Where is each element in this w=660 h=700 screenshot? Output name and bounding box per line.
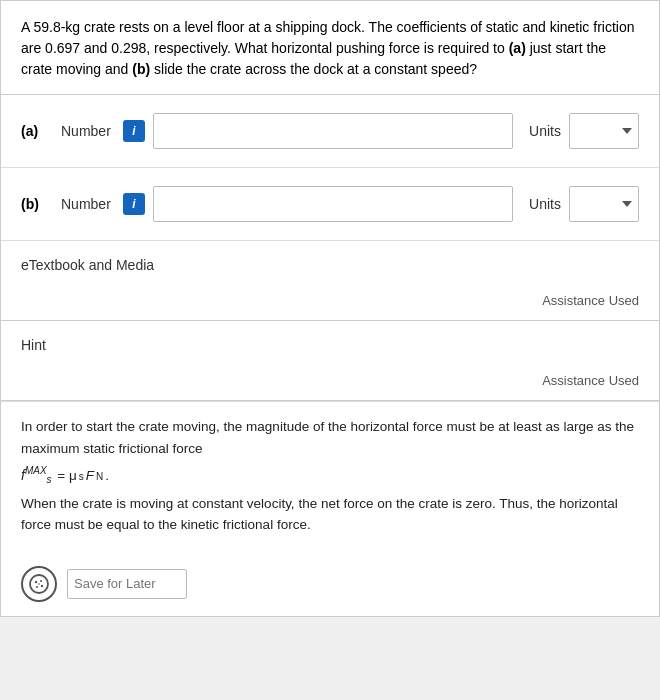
save-later-section: [1, 552, 659, 616]
part-b-info-button[interactable]: i: [123, 193, 145, 215]
etextbook-assistance-used: Assistance Used: [21, 293, 639, 308]
hint-math-f: fMAXs: [21, 463, 52, 488]
save-for-later-input[interactable]: [67, 569, 187, 599]
part-a-info-button[interactable]: i: [123, 120, 145, 142]
part-b-units-label: Units: [529, 196, 561, 212]
part-a-units-label: Units: [529, 123, 561, 139]
etextbook-section: eTextbook and Media Assistance Used: [1, 241, 659, 321]
part-a-label: (a): [21, 123, 53, 139]
hint-math-eq: = μ: [54, 465, 77, 487]
cookie-icon: [21, 566, 57, 602]
svg-point-1: [35, 581, 37, 583]
hint-line2: When the crate is moving at constant vel…: [21, 493, 639, 536]
hint-header: Hint: [21, 337, 639, 353]
svg-point-2: [40, 580, 42, 582]
hint-section: Hint Assistance Used: [1, 321, 659, 401]
part-b-number-input[interactable]: [153, 186, 513, 222]
page-container: A 59.8-kg crate rests on a level floor a…: [0, 0, 660, 617]
hint-math: fMAXs = μs FN .: [21, 463, 639, 488]
part-a-units-select[interactable]: N lb kN: [569, 113, 639, 149]
part-b-label: (b): [21, 196, 53, 212]
hint-line1: In order to start the crate moving, the …: [21, 416, 639, 459]
hint-math-fn: F: [86, 465, 94, 487]
part-b-units-select[interactable]: N lb kN: [569, 186, 639, 222]
question-text: A 59.8-kg crate rests on a level floor a…: [21, 19, 634, 77]
hint-math-dot: .: [105, 465, 109, 487]
svg-point-5: [38, 583, 40, 585]
hint-math-mu-sub: s: [79, 469, 84, 485]
etextbook-header: eTextbook and Media: [21, 257, 639, 273]
part-a-row: (a) Number i Units N lb kN: [1, 95, 659, 168]
hint-content: In order to start the crate moving, the …: [1, 401, 659, 552]
part-b-row: (b) Number i Units N lb kN: [1, 168, 659, 241]
svg-point-4: [41, 585, 43, 587]
part-b-number-label: Number: [61, 196, 111, 212]
svg-point-3: [36, 586, 38, 588]
hint-assistance-used: Assistance Used: [21, 373, 639, 388]
part-a-number-input[interactable]: [153, 113, 513, 149]
part-a-number-label: Number: [61, 123, 111, 139]
question-section: A 59.8-kg crate rests on a level floor a…: [1, 1, 659, 95]
hint-math-fn-sub: N: [96, 469, 103, 485]
